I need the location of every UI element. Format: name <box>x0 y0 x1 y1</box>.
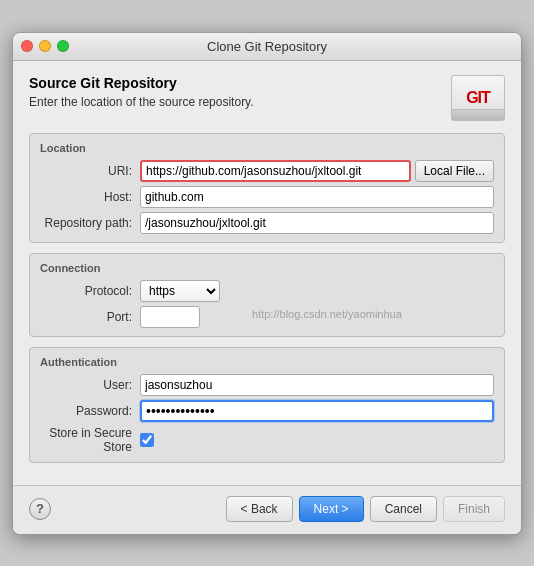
uri-input[interactable] <box>140 160 411 182</box>
titlebar: Clone Git Repository <box>13 33 521 61</box>
user-input[interactable] <box>140 374 494 396</box>
section-heading: Source Git Repository <box>29 75 254 91</box>
local-file-button[interactable]: Local File... <box>415 160 494 182</box>
watermark: http://blog.csdn.net/yaominhua <box>252 308 402 320</box>
cancel-button[interactable]: Cancel <box>370 496 437 522</box>
minimize-button[interactable] <box>39 40 51 52</box>
close-button[interactable] <box>21 40 33 52</box>
user-row: User: <box>40 374 494 396</box>
back-button[interactable]: < Back <box>226 496 293 522</box>
location-section: Location URI: Local File... Host: Reposi… <box>29 133 505 243</box>
password-row: Password: <box>40 400 494 422</box>
footer-left: ? <box>29 498 51 520</box>
protocol-label: Protocol: <box>40 284 140 298</box>
protocol-select[interactable]: https http git ssh <box>140 280 220 302</box>
store-label: Store in Secure Store <box>40 426 140 454</box>
host-input[interactable] <box>140 186 494 208</box>
connection-section: Connection Protocol: https http git ssh … <box>29 253 505 337</box>
help-button[interactable]: ? <box>29 498 51 520</box>
location-label: Location <box>40 142 494 154</box>
uri-input-wrap: Local File... <box>140 160 494 182</box>
maximize-button[interactable] <box>57 40 69 52</box>
window: Clone Git Repository Source Git Reposito… <box>12 32 522 535</box>
repo-path-label: Repository path: <box>40 216 140 230</box>
repo-path-row: Repository path: <box>40 212 494 234</box>
content-area: Source Git Repository Enter the location… <box>13 61 521 485</box>
store-checkbox[interactable] <box>140 433 154 447</box>
git-logo: GIT <box>451 75 505 121</box>
section-subtitle: Enter the location of the source reposit… <box>29 95 254 109</box>
footer: ? < Back Next > Cancel Finish <box>13 485 521 534</box>
header-text: Source Git Repository Enter the location… <box>29 75 254 109</box>
connection-inner: Protocol: https http git ssh Port: http:… <box>40 280 494 328</box>
authentication-label: Authentication <box>40 356 494 368</box>
port-input[interactable] <box>140 306 200 328</box>
authentication-section: Authentication User: Password: Store in … <box>29 347 505 463</box>
window-title: Clone Git Repository <box>207 39 327 54</box>
password-label: Password: <box>40 404 140 418</box>
port-row: Port: http://blog.csdn.net/yaominhua <box>40 306 494 328</box>
port-label: Port: <box>40 310 140 324</box>
host-row: Host: <box>40 186 494 208</box>
finish-button[interactable]: Finish <box>443 496 505 522</box>
user-label: User: <box>40 378 140 392</box>
connection-label: Connection <box>40 262 494 274</box>
uri-row: URI: Local File... <box>40 160 494 182</box>
protocol-row: Protocol: https http git ssh <box>40 280 494 302</box>
next-button[interactable]: Next > <box>299 496 364 522</box>
password-input[interactable] <box>140 400 494 422</box>
repo-path-input[interactable] <box>140 212 494 234</box>
store-row: Store in Secure Store <box>40 426 494 454</box>
footer-right: < Back Next > Cancel Finish <box>226 496 505 522</box>
uri-label: URI: <box>40 164 140 178</box>
host-label: Host: <box>40 190 140 204</box>
traffic-lights <box>21 40 69 52</box>
header-section: Source Git Repository Enter the location… <box>29 75 505 121</box>
